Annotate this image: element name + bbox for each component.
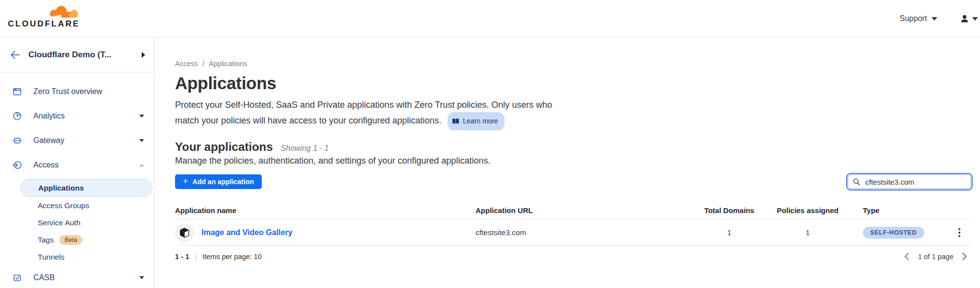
section-heading: Your applications [175,140,273,154]
chevron-down-icon [139,115,144,118]
sidebar-item-service-auth[interactable]: Service Auth [0,214,154,231]
brand-wordmark: CLOUDFLARE [8,19,80,29]
kebab-menu-icon[interactable] [956,226,962,239]
user-menu[interactable] [960,14,978,24]
items-range: 1 - 1 [175,253,189,261]
sidebar-item-label: Zero Trust overview [33,87,144,96]
items-per-page: Items per page: 10 [202,253,262,261]
table-row: Image and Video Gallery cftestsite3.com … [175,219,972,246]
sidebar-nav: Zero Trust overview Analytics Gateway [0,72,154,288]
sidebar-item-applications[interactable]: Applications [20,179,152,197]
support-menu[interactable]: Support [900,14,937,23]
table-footer: 1 - 1 Items per page: 10 1 of 1 page [175,251,972,262]
gateway-icon [12,136,22,145]
sidebar-item-label: Applications [38,184,84,192]
page-description: Protect your Self-Hosted, SaaS and Priva… [175,97,972,130]
sidebar-item-label: Analytics [33,112,139,120]
sidebar-item-label: Access Groups [38,201,89,210]
topbar: CLOUDFLARE Support [0,0,980,37]
policies-assigned-cell: 1 [757,228,858,237]
account-switcher: Cloudflare Demo (T... [0,37,154,72]
add-application-button[interactable]: + Add an application [175,174,262,189]
search-container [848,174,971,189]
toolbar: + Add an application [175,174,972,189]
application-url-cell: cftestsite3.com [476,228,701,237]
sidebar-item-label: Access [33,161,139,169]
book-icon [452,118,459,124]
sidebar-item-casb[interactable]: CASB [0,265,154,288]
column-application-url: Application URL [476,206,701,215]
previous-page-button[interactable] [903,251,910,262]
breadcrumb: Access / Applications [175,60,972,68]
back-arrow-icon[interactable] [10,49,21,60]
plus-icon: + [183,177,188,186]
description-line-1: Protect your Self-Hosted, SaaS and Priva… [175,100,552,110]
user-icon [960,14,969,24]
applications-table: Application name Application URL Total D… [175,202,972,262]
chevron-down-icon [139,139,144,142]
app-cube-icon [179,227,189,238]
breadcrumb-access[interactable]: Access [175,60,198,68]
chevron-left-icon [904,252,909,261]
sidebar-item-label: Tags [38,236,54,244]
showing-count: Showing 1 - 1 [281,144,329,153]
search-icon [853,178,860,186]
search-input[interactable] [848,174,971,189]
application-avatar [175,223,194,242]
column-policies-assigned: Policies assigned [757,206,858,215]
cloudflare-logo[interactable]: CLOUDFLARE [8,4,80,29]
sidebar-item-label: Gateway [33,136,139,145]
learn-more-button[interactable]: Learn more [448,112,504,130]
account-name: Cloudflare Demo (T... [28,50,142,60]
analytics-icon [12,111,22,121]
page-indicator: 1 of 1 page [918,253,954,261]
sidebar-item-label: CASB [33,273,139,282]
chevron-down-icon [139,276,144,279]
section-subtext: Manage the policies, authentication, and… [175,156,972,166]
page-title: Applications [175,73,972,93]
sidebar-item-tunnels[interactable]: Tunnels [0,248,154,265]
description-line-2: match your policies will have access to … [175,116,441,125]
sidebar-item-access-groups[interactable]: Access Groups [0,197,154,214]
chevron-down-icon [972,17,978,21]
next-page-button[interactable] [961,251,968,262]
sidebar-item-analytics[interactable]: Analytics [0,104,154,128]
sidebar-item-access[interactable]: Access [0,153,154,177]
app-window: CLOUDFLARE Support Cloudflare Demo (T... [0,0,980,288]
type-badge: SELF-HOSTED [863,227,924,239]
sidebar-item-label: Tunnels [38,253,65,262]
account-expand-icon[interactable] [142,52,145,58]
sidebar-item-zero-trust-overview[interactable]: Zero Trust overview [0,79,154,104]
main-content: Access / Applications Applications Prote… [154,37,980,288]
footer-divider [196,252,196,262]
chevron-down-icon [931,17,937,21]
column-total-domains: Total Domains [701,206,757,215]
table-header-row: Application name Application URL Total D… [175,202,972,219]
learn-more-label: Learn more [463,114,498,128]
casb-icon [12,273,22,283]
chevron-right-icon [962,252,967,261]
cloudflare-cloud-icon [47,4,80,18]
breadcrumb-applications[interactable]: Applications [209,60,247,68]
column-type: Type [858,206,941,215]
access-icon [12,160,22,170]
sidebar-item-tags[interactable]: Tags Beta [0,231,154,248]
chevron-up-icon [139,164,144,167]
overview-icon [12,87,22,96]
sidebar-item-label: Service Auth [38,218,80,227]
sidebar-item-gateway[interactable]: Gateway [0,128,154,153]
column-application-name: Application name [175,206,476,215]
total-domains-cell: 1 [701,228,757,237]
breadcrumb-separator: / [202,60,204,68]
application-name-link[interactable]: Image and Video Gallery [201,228,293,237]
sidebar: Cloudflare Demo (T... Zero Trust overvie… [0,37,154,288]
support-label: Support [900,14,927,23]
beta-badge: Beta [59,235,83,245]
add-application-label: Add an application [193,178,254,186]
